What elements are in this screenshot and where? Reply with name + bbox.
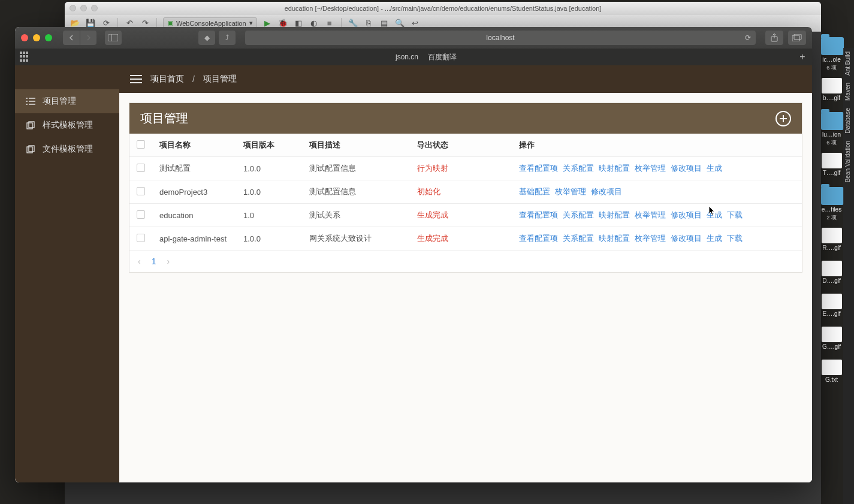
sidebar-item-file-template[interactable]: 文件模板管理 [15,137,119,161]
ide-toolwindow-tab[interactable]: Ant Build [843,48,852,79]
safari-window: ◆ ⤴ localhost ⟳ json.cn 百度翻译 + [15,27,812,482]
action-link[interactable]: 关系配置 [563,164,594,173]
table-row: 测试配置1.0.0测试配置信息行为映射查看配置项关系配置映射配置枚举管理修改项目… [129,157,802,180]
action-link[interactable]: 基础配置 [519,187,550,196]
cell-version: 1.0.0 [236,180,302,204]
action-link[interactable]: 查看配置项 [519,164,558,173]
ide-traffic-minimize[interactable] [80,5,87,11]
safari-titlebar: ◆ ⤴ localhost ⟳ [15,27,812,49]
desktop-item-label: E….gif [821,310,842,317]
pager-prev[interactable]: ‹ [138,256,141,266]
cell-version: 1.0.0 [236,157,302,180]
fav-link-baidu[interactable]: 百度翻译 [428,52,457,62]
nav-forward-button[interactable] [80,31,96,45]
evernote-button[interactable]: ◆ [198,31,215,45]
action-link[interactable]: 查看配置项 [519,210,558,219]
ide-traffic-close[interactable] [70,5,76,11]
action-link[interactable]: 修改项目 [671,210,702,219]
desktop-file[interactable]: E….gif [821,294,842,324]
apps-grid-icon[interactable] [20,52,31,62]
action-link[interactable]: 枚举管理 [635,210,666,219]
action-link[interactable]: 生成 [707,164,722,173]
desktop-folder[interactable]: ic…ole6 项 [821,37,842,72]
desktop-folder[interactable]: lu…ion6 项 [821,112,842,147]
action-link[interactable]: 查看配置项 [519,234,558,243]
action-link[interactable]: 修改项目 [591,187,622,196]
desktop-file[interactable]: R….gif [821,228,842,258]
svg-rect-4 [794,34,801,40]
ide-toolwindow-tab[interactable]: Database [843,104,852,137]
cell-version: 1.0 [236,204,302,227]
cell-name: api-gate-admin-test [152,227,236,251]
action-link[interactable]: 下载 [727,234,743,243]
sidebar-item-label: 样式模板管理 [43,120,93,131]
table-row: api-gate-admin-test1.0.0网关系统大致设计生成完成查看配置… [129,227,802,251]
desktop-folder[interactable]: e…files2 项 [821,187,842,222]
reload-icon[interactable]: ⟳ [745,34,751,42]
row-checkbox[interactable] [137,210,145,219]
table-row: education1.0测试关系生成完成查看配置项关系配置映射配置枚举管理修改项… [129,204,802,227]
col-status: 导出状态 [410,134,512,157]
desktop-file[interactable]: T….gif [821,153,842,183]
row-checkbox[interactable] [137,234,145,242]
traffic-close[interactable] [21,34,28,41]
fav-link-json[interactable]: json.cn [396,53,418,61]
desktop-item-count: 6 项 [821,64,842,72]
action-link[interactable]: 映射配置 [599,210,630,219]
action-link[interactable]: 下载 [727,210,743,219]
clip-button[interactable]: ⤴ [219,31,236,45]
action-link[interactable]: 生成 [707,234,722,243]
action-link[interactable]: 关系配置 [563,234,594,243]
desktop-item-label: T….gif [821,170,842,176]
pager-next[interactable]: › [167,256,170,266]
action-link[interactable]: 修改项目 [671,164,702,173]
new-tab-button[interactable]: + [796,51,808,63]
sidebar-toggle-button[interactable] [105,31,122,45]
desktop-item-count: 2 项 [821,214,842,222]
share-button[interactable] [765,31,783,45]
action-link[interactable]: 枚举管理 [635,164,666,173]
sidebar-item-project-mgmt[interactable]: 项目管理 [15,89,119,113]
table-row: demoProject31.0.0测试配置信息初始化基础配置枚举管理修改项目 [129,180,802,204]
action-link[interactable]: 修改项目 [671,234,702,243]
action-link[interactable]: 映射配置 [599,234,630,243]
traffic-zoom[interactable] [45,34,52,41]
cell-name: demoProject3 [152,180,236,204]
cell-status: 生成完成 [410,227,512,251]
action-link[interactable]: 关系配置 [563,210,594,219]
action-link[interactable]: 映射配置 [599,164,630,173]
pager-page[interactable]: 1 [152,256,156,266]
add-button[interactable] [775,111,791,126]
checkbox-all[interactable] [137,140,145,149]
ide-toolwindow-tab[interactable]: Bean Validation [843,137,852,186]
action-link[interactable]: 生成 [707,210,722,219]
sidebar-item-style-template[interactable]: 样式模板管理 [15,113,119,137]
ide-window-title: education [~/Desktop/education] - .../sr… [285,5,602,12]
ide-traffic-zoom[interactable] [91,5,98,11]
nav-back-button[interactable] [63,31,80,45]
breadcrumb-current: 项目管理 [203,74,237,84]
panel-header: 项目管理 [129,103,802,134]
sidebar-item-label: 项目管理 [43,96,76,107]
desktop-file[interactable]: D….gif [821,261,842,291]
desktop-file[interactable]: b….gif [821,78,842,108]
menu-icon[interactable] [130,75,142,83]
row-checkbox[interactable] [137,187,145,195]
desktop-file[interactable]: G….gif [821,327,842,357]
desktop-item-label: R….gif [821,245,842,251]
breadcrumb-home[interactable]: 项目首页 [150,74,184,84]
desktop-item-label: ic…ole [821,56,842,63]
sidebar: 项目管理 样式模板管理 文件模板管理 [15,65,119,482]
tabs-button[interactable] [788,31,806,45]
cell-desc: 测试关系 [302,204,410,227]
action-link[interactable]: 枚举管理 [635,234,666,243]
pager: ‹ 1 › [129,251,802,272]
svg-rect-3 [792,35,799,41]
desktop-file[interactable]: G.txt [821,360,842,390]
desktop-item-label: G.txt [821,376,842,383]
traffic-minimize[interactable] [33,34,40,41]
row-checkbox[interactable] [137,164,145,172]
ide-toolwindow-tab[interactable]: Maven [843,79,852,104]
action-link[interactable]: 枚举管理 [555,187,586,196]
address-bar[interactable]: localhost ⟳ [245,31,756,45]
